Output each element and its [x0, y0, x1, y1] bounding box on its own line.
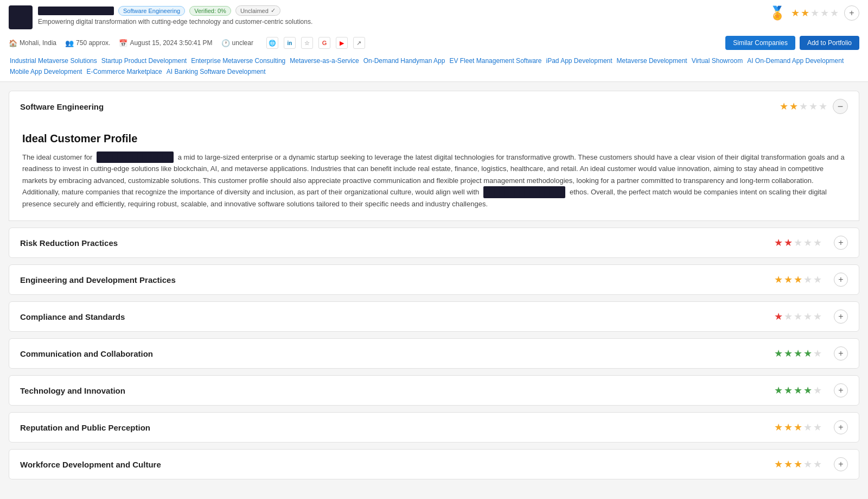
meta-row: 🏠 Mohali, India 👥 750 approx. 📅 August 1… [9, 33, 859, 53]
header-right: 🏅 ★ ★ ★ ★ ★ + [769, 5, 859, 21]
icp-redacted-1: ███████████████ [97, 151, 174, 163]
tag-enterprise-metaverse-consulting[interactable]: Enterprise Metaverse Consulting [190, 56, 286, 65]
section-header-communication: Communication and Collaboration ★★★★★ + [9, 339, 859, 368]
section-expand-risk-reduction[interactable]: + [834, 236, 848, 250]
section-tech-innovation: Technology and Innovation ★★★★★ + [9, 375, 859, 406]
tag-metaverse-as-a-service[interactable]: Metaverse-as-a-Service [289, 56, 360, 65]
section-expand-reputation[interactable]: + [834, 420, 848, 434]
similar-companies-button[interactable]: Similar Companies [725, 36, 795, 50]
star-1: ★ [774, 348, 783, 359]
section-stars-communication: ★★★★★ [774, 348, 822, 359]
bookmark-icon[interactable]: ☆ [301, 37, 313, 49]
tag-metaverse-development[interactable]: Metaverse Development [616, 56, 688, 65]
clock-icon: 🕐 [221, 39, 230, 47]
section-stars-tech-innovation: ★★★★★ [774, 384, 822, 396]
section-title-compliance: Compliance and Standards [20, 312, 125, 321]
calendar-icon: 📅 [119, 39, 127, 47]
tag-startup-product-development[interactable]: Startup Product Development [100, 56, 188, 65]
section-expand-compliance[interactable]: + [834, 309, 848, 324]
section-title-tech-innovation: Technology and Innovation [20, 386, 125, 395]
section-right-communication: ★★★★★ + [774, 346, 848, 361]
star-3: ★ [794, 421, 802, 433]
section-expand-workforce[interactable]: + [834, 457, 848, 471]
se-section-header: Software Engineering ★ ★ ★ ★ ★ − [9, 91, 859, 122]
star-1: ★ [774, 458, 783, 470]
tag-on-demand-handyman-app[interactable]: On-Demand Handyman App [362, 56, 446, 65]
star-1: ★ [774, 237, 783, 249]
location-icon: 🏠 [9, 39, 17, 47]
location-meta: 🏠 Mohali, India [9, 39, 56, 47]
star-4: ★ [820, 7, 829, 19]
section-title-reputation: Reputation and Public Perception [20, 423, 150, 432]
section-right-reputation: ★★★★★ + [774, 420, 848, 434]
tag-mobile-app-development[interactable]: Mobile App Development [9, 67, 83, 76]
linkedin-icon[interactable]: in [284, 37, 296, 49]
software-engineering-badge[interactable]: Software Engineering [118, 6, 185, 16]
star-2: ★ [784, 237, 793, 249]
section-stars-reputation: ★★★★★ [774, 421, 822, 433]
tag-virtual-showroom[interactable]: Virtual Showroom [691, 56, 744, 65]
section-expand-tech-innovation[interactable]: + [834, 383, 848, 397]
award-icon: 🏅 [769, 5, 786, 20]
link-icon[interactable]: ↗ [353, 37, 365, 49]
se-star-4: ★ [809, 100, 818, 112]
star-3: ★ [794, 237, 802, 249]
section-communication: Communication and Collaboration ★★★★★ + [9, 338, 859, 369]
section-risk-reduction: Risk Reduction Practices ★★★★★ + [9, 228, 859, 258]
star-2: ★ [784, 384, 793, 396]
globe-icon[interactable]: 🌐 [266, 37, 278, 49]
icp-text: The ideal customer for ███████████████ a… [22, 151, 846, 210]
unclaimed-badge[interactable]: Unclaimed ✓ [235, 5, 280, 16]
star-3: ★ [810, 7, 819, 19]
header-left: Software Engineering Verified: 0% Unclai… [9, 5, 312, 29]
se-star-1: ★ [780, 100, 788, 112]
star-3: ★ [794, 311, 802, 323]
section-right-tech-innovation: ★★★★★ + [774, 383, 848, 397]
star-5: ★ [813, 421, 822, 433]
section-stars-workforce: ★★★★★ [774, 458, 822, 470]
star-4: ★ [803, 421, 812, 433]
youtube-icon[interactable]: ▶ [336, 37, 348, 49]
star-1: ★ [774, 421, 783, 433]
section-header-risk-reduction: Risk Reduction Practices ★★★★★ + [9, 228, 859, 257]
tag-ai-on-demand-app-development[interactable]: AI On-Demand App Development [746, 56, 845, 65]
google-icon[interactable]: G [318, 37, 330, 49]
se-section-title: Software Engineering [20, 102, 104, 111]
se-stars: ★ ★ ★ ★ ★ [780, 100, 827, 112]
star-3: ★ [794, 384, 802, 396]
star-4: ★ [803, 384, 812, 396]
star-2: ★ [784, 274, 793, 286]
se-collapse-button[interactable]: − [833, 99, 848, 114]
star-4: ★ [803, 274, 812, 286]
icp-redacted-2: ████████████████ [483, 186, 565, 198]
employees-icon: 👥 [65, 39, 74, 47]
tag-ipad-app-development[interactable]: iPad App Development [545, 56, 613, 65]
star-5: ★ [813, 384, 822, 396]
section-expand-communication[interactable]: + [834, 346, 848, 361]
section-stars-risk-reduction: ★★★★★ [774, 237, 822, 249]
tag-e-commerce-marketplace[interactable]: E-Commerce Marketplace [85, 67, 163, 76]
section-title-communication: Communication and Collaboration [20, 349, 153, 358]
star-2: ★ [784, 421, 793, 433]
unclaimed-icon: ✓ [271, 7, 276, 14]
star-1: ★ [774, 384, 783, 396]
section-title-workforce: Workforce Development and Culture [20, 460, 161, 469]
tag-ev-fleet-management-software[interactable]: EV Fleet Management Software [448, 56, 542, 65]
section-reputation: Reputation and Public Perception ★★★★★ + [9, 412, 859, 443]
section-header-workforce: Workforce Development and Culture ★★★★★ … [9, 450, 859, 479]
header-top: Software Engineering Verified: 0% Unclai… [9, 5, 859, 29]
header-add-button[interactable]: + [844, 5, 859, 21]
star-5: ★ [813, 458, 822, 470]
section-expand-engineering-dev[interactable]: + [834, 273, 848, 287]
availability-meta: 🕐 unclear [221, 39, 253, 47]
add-to-portfolio-button[interactable]: Add to Portfolio [800, 36, 859, 50]
star-2: ★ [784, 348, 793, 359]
verified-badge[interactable]: Verified: 0% [189, 6, 231, 16]
se-star-2: ★ [789, 100, 798, 112]
company-tagline: Empowering digital transformation with c… [38, 18, 312, 26]
tag-industrial-metaverse-solutions[interactable]: Industrial Metaverse Solutions [9, 56, 98, 65]
section-engineering-dev: Engineering and Development Practices ★★… [9, 264, 859, 295]
star-1: ★ [774, 274, 783, 286]
star-3: ★ [794, 348, 802, 359]
tag-ai-banking-software-development[interactable]: AI Banking Software Development [165, 67, 267, 76]
